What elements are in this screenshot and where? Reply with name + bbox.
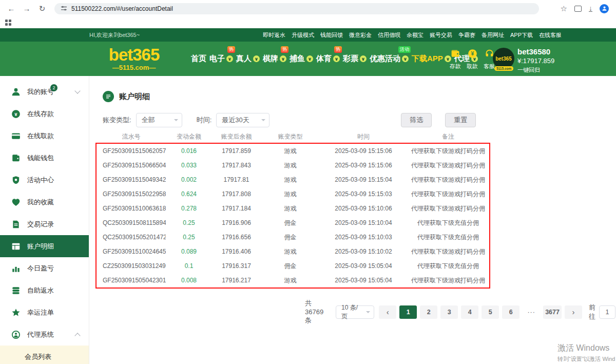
nav-item-fishing[interactable]: 捕鱼∨ bbox=[290, 42, 313, 76]
cell-amount: 0.089 bbox=[166, 248, 212, 255]
sidebar-item-activity-center[interactable]: 活动中心 bbox=[0, 169, 89, 191]
download-icon[interactable]: ↓ bbox=[589, 5, 592, 12]
nav-item-lottery[interactable]: 彩票∨ bbox=[343, 42, 367, 76]
topbar-link[interactable]: 争霸赛 bbox=[458, 31, 475, 39]
star-icon bbox=[11, 308, 21, 317]
site-settings-icon[interactable] bbox=[61, 5, 67, 12]
page-button[interactable]: 1 bbox=[399, 305, 417, 319]
apps-grid-icon[interactable] bbox=[5, 20, 11, 26]
agent-icon bbox=[11, 330, 21, 339]
activity-badge: 活动 bbox=[398, 46, 411, 53]
table-row[interactable]: GF250309151506650490.03317917.843游戏2025-… bbox=[97, 158, 489, 173]
ellipsis-pages: ··· bbox=[523, 305, 540, 319]
cell-amount: 0.008 bbox=[166, 277, 212, 284]
url-text[interactable]: 511500222.com/#/user/accountDetail bbox=[71, 5, 173, 12]
page-button[interactable]: 6 bbox=[502, 305, 519, 319]
cell-serial: GF25030915150229583 bbox=[97, 190, 166, 198]
topbar-link[interactable]: 钱能回馈 bbox=[320, 31, 343, 39]
table-row[interactable]: CZ250309150303124900.117916.317佣金2025-03… bbox=[97, 259, 489, 273]
goto-page-input[interactable] bbox=[599, 305, 615, 319]
table-row[interactable]: QC250309150811589440.2517916.906佣金2025-0… bbox=[97, 216, 489, 230]
sidebar-item-today-profit[interactable]: 今日盈亏 bbox=[0, 257, 89, 279]
nav-item-live[interactable]: 真人∨ bbox=[236, 42, 260, 76]
sidebar-item-self-rebate[interactable]: 自助返水 bbox=[0, 279, 89, 301]
table-row[interactable]: GF250309151006361820.27817917.184游戏2025-… bbox=[97, 201, 489, 216]
cell-remark: 代理获取下级游戏打码分佣 bbox=[407, 147, 489, 156]
sidebar-item-qianneng-wallet[interactable]: 钱能钱包 bbox=[0, 147, 89, 169]
topbar-link[interactable]: 账号交易 bbox=[430, 31, 452, 39]
table-row[interactable]: GF250309151506205750.01617917.859游戏2025-… bbox=[97, 144, 489, 158]
reset-button[interactable]: 重置 bbox=[445, 113, 476, 127]
profile-avatar[interactable] bbox=[600, 4, 609, 13]
cell-time: 2025-03-09 15:05:04 bbox=[320, 277, 407, 284]
deposit-button[interactable]: 存款 bbox=[450, 48, 461, 70]
sidebar-item-label: 账户明细 bbox=[27, 242, 54, 251]
table-row[interactable]: GF250309151504934270.00217917.81游戏2025-0… bbox=[97, 173, 489, 187]
sidebar-item-member-list[interactable]: 会员列表 bbox=[0, 346, 89, 364]
withdraw-button[interactable]: ¥ 取款 bbox=[467, 48, 478, 70]
site-logo[interactable]: bet365 —5115.com— bbox=[101, 46, 167, 71]
page-button[interactable]: 5 bbox=[482, 305, 499, 319]
time-select[interactable]: 最近30天 bbox=[216, 113, 270, 127]
topbar-link[interactable]: 即时返水 bbox=[263, 31, 285, 39]
next-page-icon[interactable]: › bbox=[565, 305, 582, 319]
topbar-link[interactable]: 在线客服 bbox=[539, 31, 562, 39]
table-row[interactable]: QC250309150520147260.2517916.656佣金2025-0… bbox=[97, 230, 489, 244]
total-count: 共 36769 条 bbox=[305, 299, 331, 325]
type-select[interactable]: 全部 bbox=[136, 113, 182, 127]
pager: ‹ 123456···3677 › bbox=[379, 305, 582, 319]
nav-item-download[interactable]: 下载APP∨ bbox=[412, 42, 451, 76]
nav-item-slots[interactable]: 电子∨热 bbox=[209, 42, 233, 76]
reload-icon[interactable]: ↻ bbox=[36, 3, 48, 15]
nav-item-home[interactable]: 首页 bbox=[191, 42, 206, 76]
logo-domain: —5115.com— bbox=[101, 64, 167, 71]
cell-time: 2025-03-09 15:10:03 bbox=[320, 234, 407, 241]
sidebar-item-label: 在线取款 bbox=[27, 131, 54, 141]
sidebar-item-online-withdraw[interactable]: 在线取款 bbox=[0, 125, 89, 147]
prev-page-icon[interactable]: ‹ bbox=[379, 305, 396, 319]
table-row[interactable]: GF250309151502295830.62417917.808游戏2025-… bbox=[97, 187, 489, 201]
table-row[interactable]: GF250309151002464500.08917916.406游戏2025-… bbox=[97, 244, 489, 259]
cell-type: 游戏 bbox=[261, 276, 320, 285]
topbar-link[interactable]: 微意彩金 bbox=[349, 31, 372, 39]
cell-remark: 代理获取下级充值分佣 bbox=[407, 262, 489, 271]
withdraw-icon: ¥ bbox=[467, 48, 478, 61]
page-button[interactable]: 3 bbox=[440, 305, 458, 319]
topbar-link[interactable]: 余额宝 bbox=[407, 31, 424, 39]
page-button[interactable]: 3677 bbox=[543, 305, 562, 319]
chevron-down-icon: ∨ bbox=[253, 55, 260, 62]
topbar-link[interactable]: APP下载 bbox=[510, 31, 533, 39]
type-filter-label: 账变类型: bbox=[103, 116, 131, 125]
sidebar-item-my-account[interactable]: 我的账号2 bbox=[0, 81, 89, 103]
bookmark-star-icon[interactable]: ☆ bbox=[561, 4, 567, 13]
page-button[interactable]: 2 bbox=[420, 305, 437, 319]
topbar-link[interactable]: 备用网址 bbox=[482, 31, 504, 39]
page-button[interactable]: 4 bbox=[461, 305, 478, 319]
table-row[interactable]: GF250309150504230160.00817916.217游戏2025-… bbox=[97, 273, 489, 288]
address-bar[interactable]: 511500222.com/#/user/accountDetail bbox=[54, 3, 539, 14]
nav-item-sports[interactable]: 体育∨热 bbox=[316, 42, 340, 76]
cell-amount: 0.25 bbox=[166, 234, 212, 241]
sidebar-item-lucky-bets[interactable]: 幸运注单 bbox=[0, 301, 89, 323]
per-page-select[interactable]: 10 条/页 bbox=[336, 305, 374, 319]
hot-badge: 热 bbox=[227, 46, 235, 53]
topbar-link[interactable]: 升级模式 bbox=[292, 31, 314, 39]
browser-toolbar: ← → ↻ 511500222.com/#/user/accountDetail… bbox=[0, 0, 616, 17]
forward-icon[interactable]: → bbox=[21, 3, 33, 15]
one-click-restore-button[interactable]: 一键回归 bbox=[517, 66, 540, 74]
sidebar-item-agent-system[interactable]: 代理系统 bbox=[0, 323, 89, 346]
sidebar-item-my-favorites[interactable]: 我的收藏 bbox=[0, 191, 89, 213]
topbar-link[interactable]: 信用借呗 bbox=[378, 31, 400, 39]
sidebar-item-trade-records[interactable]: 交易记录 bbox=[0, 213, 89, 235]
sidebar-item-online-deposit[interactable]: ¥在线存款 bbox=[0, 103, 89, 125]
cell-type: 游戏 bbox=[261, 161, 320, 170]
page-title: 账户明细 bbox=[103, 91, 150, 102]
cell-amount: 0.25 bbox=[166, 219, 212, 226]
filter-button[interactable]: 筛选 bbox=[401, 113, 432, 127]
sidebar-item-account-detail[interactable]: 账户明细 bbox=[0, 235, 89, 257]
cell-serial: QC25030915081158944 bbox=[97, 219, 166, 226]
side-panel-icon[interactable] bbox=[574, 6, 582, 12]
nav-item-chess[interactable]: 棋牌∨热 bbox=[263, 42, 286, 76]
back-icon[interactable]: ← bbox=[5, 3, 17, 15]
nav-item-promos[interactable]: 优惠活动∨活动 bbox=[370, 42, 409, 76]
